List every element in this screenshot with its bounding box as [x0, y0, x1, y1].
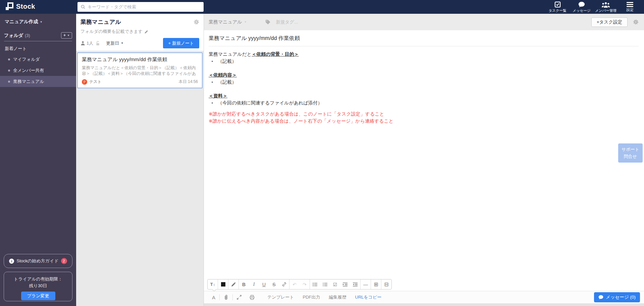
sidebar-item-my-folder[interactable]: マイフォルダ — [0, 54, 76, 65]
fullscreen-icon[interactable] — [233, 295, 246, 300]
folders-count: (3) — [25, 33, 30, 38]
person-icon — [80, 41, 85, 45]
trial-info-box: トライアルの有効期限： 残り30日 プラン変更 — [4, 272, 72, 301]
print-icon[interactable] — [246, 295, 259, 300]
redo-icon[interactable]: ↷ — [300, 279, 310, 289]
link-icon[interactable] — [279, 279, 289, 289]
note-heading: ＜依頼の背景・目的＞ — [252, 51, 299, 57]
sidebar-item-all-members[interactable]: 全メンバー共有 — [0, 65, 76, 76]
search-icon — [81, 5, 85, 9]
note-folder-selector[interactable]: 業務マニュアル ▼ — [209, 19, 247, 25]
italic-icon[interactable]: I — [249, 279, 259, 289]
nav-task-list[interactable]: タスク一覧 — [545, 0, 570, 14]
team-name: マニュアル作成 — [5, 19, 38, 25]
nav-messages[interactable]: メッセージ — [570, 0, 594, 14]
sort-selector[interactable]: 更新日 ▼ — [106, 40, 123, 46]
getting-started-guide-button[interactable]: i Stockの始め方ガイド 2 — [4, 254, 72, 268]
tag-icon — [265, 19, 271, 25]
table-icon[interactable]: ⊞ — [371, 279, 381, 289]
bottom-strip — [204, 303, 644, 306]
folder-description[interactable]: フォルダの概要を記載できます — [80, 29, 199, 35]
note-card[interactable]: 業務マニュアル yyyy/mm/dd 作業依頼 業務マニュアルだと＜依頼の背景・… — [77, 52, 203, 88]
pdf-export-button[interactable]: PDF出力 — [303, 294, 320, 300]
app-name: Stock — [16, 3, 35, 10]
folder-panel-header: 業務マニュアル フォルダの概要を記載できます 1人 更新日 ▼ + 新規ノー — [76, 14, 204, 51]
horizontal-rule-icon[interactable]: — — [361, 279, 371, 289]
folders-heading: フォルダ — [4, 33, 23, 39]
sidebar: マニュアル作成 ▼ フォルダ (3) + ▼ 新着ノート マイフォルダ 全メンバ… — [0, 14, 76, 306]
member-count[interactable]: 1人 — [80, 40, 93, 46]
nav-members[interactable]: メンバー管理 — [594, 0, 618, 14]
global-search[interactable] — [77, 2, 204, 12]
tag-badge: テ — [82, 79, 87, 85]
folder-label: 全メンバー共有 — [13, 68, 44, 74]
change-plan-button[interactable]: プラン変更 — [21, 292, 55, 300]
app-logo[interactable]: Stock — [5, 2, 35, 10]
note-content[interactable]: 業務マニュアル yyyy/mm/dd 作業依頼 業務マニュアルだと＜依頼の背景・… — [204, 30, 644, 125]
bold-icon[interactable]: B — [239, 279, 249, 289]
highlighter-icon[interactable] — [228, 279, 238, 289]
font-size-icon[interactable]: T↕ — [208, 279, 218, 289]
info-icon: i — [9, 259, 14, 264]
note-card-title: 業務マニュアル yyyy/mm/dd 作業依頼 — [82, 56, 198, 63]
text-color-icon[interactable] — [218, 279, 228, 289]
edit-history-button[interactable]: 編集履歴 — [329, 294, 346, 300]
collapse-section-icon[interactable]: ⊟ — [381, 279, 391, 289]
sort-label: 更新日 — [106, 40, 119, 46]
pencil-icon — [144, 30, 149, 34]
bullet-icon — [8, 81, 10, 83]
note-action-bar: A テンプレート PDF出力 編集履歴 URLをコピー メッセージ (0) — [204, 291, 644, 303]
team-selector[interactable]: マニュアル作成 ▼ — [0, 14, 76, 27]
strikethrough-icon[interactable]: S — [269, 279, 279, 289]
add-folder-button[interactable]: + ▼ — [61, 32, 72, 39]
chevron-down-icon: ▼ — [67, 34, 70, 37]
nav-settings[interactable]: 設定 — [618, 0, 642, 14]
sidebar-item-business-manual[interactable]: 業務マニュアル — [0, 76, 76, 87]
search-input[interactable] — [88, 4, 200, 9]
new-tag-input[interactable] — [276, 19, 350, 25]
trial-expiry-label: トライアルの有効期限： — [4, 276, 72, 282]
sidebar-item-new-notes[interactable]: 新着ノート — [4, 46, 72, 52]
stock-logo-icon — [5, 2, 13, 10]
font-style-button[interactable]: A — [208, 295, 219, 300]
note-heading: ＜資料＞ — [209, 92, 227, 99]
trial-days-left: 残り30日 — [4, 282, 72, 289]
nav-label: メッセージ — [573, 8, 590, 13]
message-bubble-icon — [598, 295, 603, 300]
outdent-icon[interactable] — [350, 279, 360, 289]
indent-icon[interactable] — [340, 279, 350, 289]
checkbox-list-icon[interactable]: ☑ — [330, 279, 340, 289]
chevron-down-icon: ▼ — [40, 20, 43, 24]
unlock-icon — [96, 41, 101, 46]
underline-icon[interactable]: U — [259, 279, 269, 289]
note-header-bar: 業務マニュアル ▼ +タスク設定 — [204, 14, 644, 30]
format-toolbar: T↕ B I U S ↶ ↷ ☑ — — [207, 279, 392, 290]
support-contact-button[interactable]: サポート 問合せ — [618, 143, 643, 163]
nav-label: 設定 — [627, 8, 634, 12]
attachment-paperclip-icon[interactable] — [220, 295, 232, 300]
folder-title: 業務マニュアル — [80, 18, 121, 26]
notification-badge: 2 — [61, 258, 67, 264]
message-button[interactable]: メッセージ (0) — [594, 292, 640, 302]
note-settings-gear-icon[interactable] — [633, 19, 639, 25]
folder-label: 業務マニュアル — [13, 79, 44, 85]
copy-url-button[interactable]: URLをコピー — [355, 294, 382, 300]
plus-icon: + — [63, 33, 66, 38]
message-bubble-icon — [578, 1, 585, 8]
chevron-down-icon: ▼ — [121, 42, 123, 45]
hamburger-icon — [627, 2, 633, 7]
support-label-line1: サポート — [622, 146, 639, 153]
member-count-text: 1人 — [87, 40, 93, 46]
bullet-icon — [8, 70, 10, 72]
template-button[interactable]: テンプレート — [267, 294, 294, 300]
folders-heading-row: フォルダ (3) + ▼ — [4, 32, 72, 41]
folder-settings-gear-icon[interactable] — [194, 19, 199, 25]
task-settings-button[interactable]: +タスク設定 — [591, 17, 628, 27]
undo-icon[interactable]: ↶ — [289, 279, 300, 289]
guide-label: Stockの始め方ガイド — [16, 258, 58, 264]
note-title: 業務マニュアル yyyy/mm/dd 作業依頼 — [209, 34, 639, 46]
new-note-button[interactable]: + 新規ノート — [163, 38, 199, 48]
support-label-line2: 問合せ — [624, 153, 637, 160]
numbered-list-icon[interactable] — [320, 279, 330, 289]
bullet-list-icon[interactable] — [310, 279, 320, 289]
